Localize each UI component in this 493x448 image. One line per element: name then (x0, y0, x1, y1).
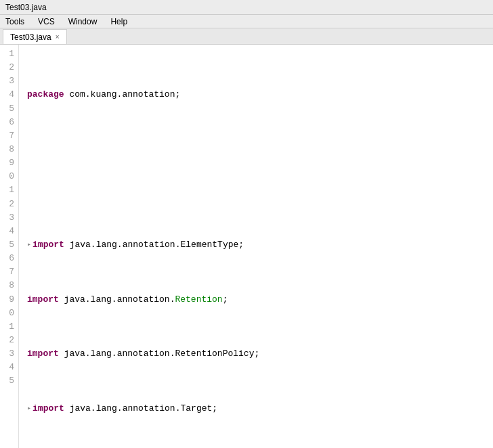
menu-bar: Tools VCS Window Help (0, 15, 493, 28)
code-content[interactable]: package com.kuang.annotation; ▸import ja… (19, 45, 493, 448)
code-line (26, 183, 493, 197)
code-line: ▸import java.lang.annotation.Target; (26, 402, 493, 416)
code-line (26, 143, 493, 156)
code-line: package com.kuang.annotation; (26, 88, 493, 102)
code-line: import java.lang.annotation.Retention; (26, 293, 493, 307)
title-bar: Test03.java (0, 0, 493, 15)
code-line: ▸import java.lang.annotation.ElementType… (26, 238, 493, 252)
title-text: Test03.java (5, 3, 47, 12)
menu-tools[interactable]: Tools (3, 17, 27, 26)
menu-window[interactable]: Window (66, 17, 100, 26)
code-line: import java.lang.annotation.RetentionPol… (26, 347, 493, 361)
line-numbers: 1 2 3 4 5 6 7 8 9 0 1 2 3 4 5 6 7 8 9 0 … (0, 45, 19, 448)
file-tab[interactable]: Test03.java × (3, 29, 67, 44)
tab-label: Test03.java (10, 32, 51, 42)
menu-help[interactable]: Help (108, 17, 130, 26)
editor-area: 1 2 3 4 5 6 7 8 9 0 1 2 3 4 5 6 7 8 9 0 … (0, 45, 493, 448)
menu-vcs[interactable]: VCS (35, 17, 58, 26)
tab-bar: Test03.java × (0, 28, 493, 45)
tab-close-button[interactable]: × (56, 33, 60, 41)
